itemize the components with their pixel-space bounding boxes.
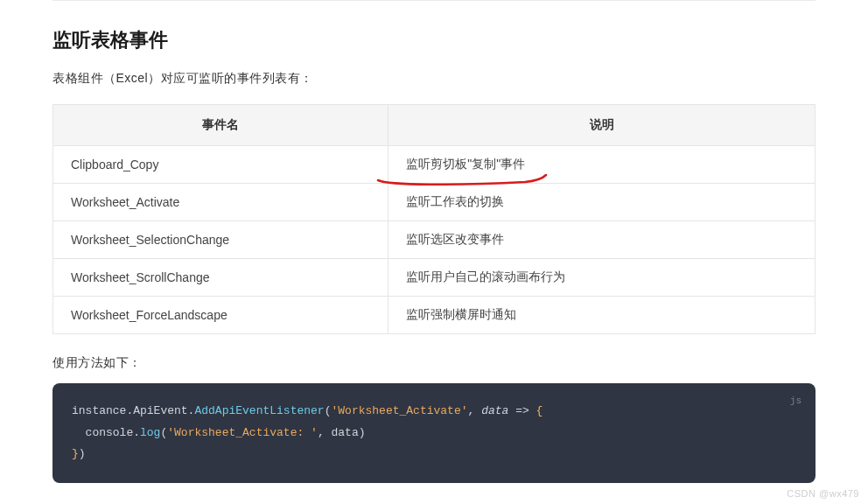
code-line: console.log('Worksheet_Activate: ', data… [72, 423, 796, 444]
code-token: data [481, 404, 508, 417]
watermark: CSDN @wx479 [787, 488, 859, 499]
code-line: }) [72, 444, 796, 466]
event-desc: 监听强制横屏时通知 [388, 297, 816, 334]
code-token: , [318, 426, 332, 439]
usage-label: 使用方法如下： [52, 355, 816, 371]
event-desc: 监听用户自己的滚动画布行为 [388, 259, 816, 297]
code-token: ) [79, 447, 86, 460]
table-row: Worksheet_ForceLandscape 监听强制横屏时通知 [53, 297, 816, 334]
code-token: AddApiEventListener [194, 404, 324, 417]
code-token: => [508, 404, 536, 417]
table-row: Worksheet_Activate 监听工作表的切换 [53, 184, 816, 221]
code-token: { [536, 404, 543, 417]
event-name: Worksheet_Activate [53, 184, 388, 221]
top-divider [52, 0, 816, 1]
code-lang-label: js [790, 392, 802, 410]
page-title: 监听表格事件 [52, 27, 816, 53]
table-row: Worksheet_SelectionChange 监听选区改变事件 [53, 221, 816, 259]
event-name: Clipboard_Copy [53, 146, 388, 184]
event-desc: 监听工作表的切换 [388, 184, 816, 221]
code-block: js instance.ApiEvent.AddApiEventListener… [52, 383, 816, 483]
code-line: instance.ApiEvent.AddApiEventListener('W… [72, 401, 796, 423]
events-table: 事件名 说明 Clipboard_Copy 监听剪切板"复制"事件 Worksh… [52, 104, 816, 334]
code-token: log [140, 426, 160, 439]
code-token: , [468, 404, 482, 417]
event-name: Worksheet_ForceLandscape [53, 297, 388, 334]
event-name: Worksheet_ScrollChange [53, 259, 388, 297]
code-token: console. [86, 426, 140, 439]
col-header-event: 事件名 [53, 105, 388, 146]
code-token: data [331, 426, 358, 439]
table-row: Worksheet_ScrollChange 监听用户自己的滚动画布行为 [53, 259, 816, 297]
event-name: Worksheet_SelectionChange [53, 221, 388, 259]
code-token: ) [359, 426, 366, 439]
event-desc: 监听选区改变事件 [388, 221, 816, 259]
code-token: } [72, 447, 79, 460]
intro-text: 表格组件（Excel）对应可监听的事件列表有： [52, 71, 816, 87]
table-row: Clipboard_Copy 监听剪切板"复制"事件 [53, 146, 816, 184]
code-token: 'Worksheet_Activate: ' [167, 426, 318, 439]
code-token: 'Worksheet_Activate' [331, 404, 467, 417]
table-header-row: 事件名 说明 [53, 105, 816, 146]
event-desc: 监听剪切板"复制"事件 [388, 146, 816, 184]
col-header-desc: 说明 [388, 105, 816, 146]
document-content: 监听表格事件 表格组件（Excel）对应可监听的事件列表有： 事件名 说明 Cl… [0, 27, 868, 483]
code-token: instance.ApiEvent. [72, 404, 194, 417]
